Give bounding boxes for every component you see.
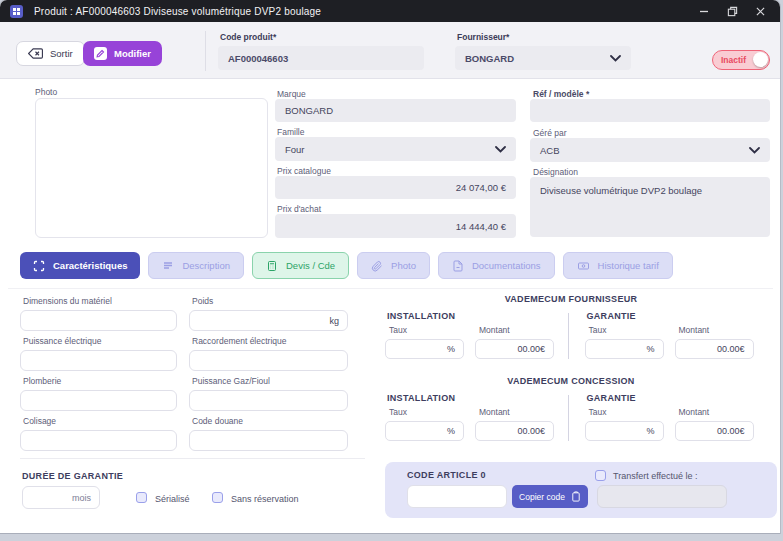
photo-dropzone[interactable]	[35, 98, 268, 238]
field-label: Plomberie	[23, 376, 177, 386]
copy-code-button[interactable]: Copier code	[512, 485, 588, 508]
montant-input[interactable]: 00.00€	[475, 421, 554, 441]
famille-label: Famille	[277, 127, 304, 137]
tab-label: Historique tarif	[598, 260, 659, 271]
vademecum-title: VADEMECUM CONCESSION	[385, 376, 757, 386]
section-divider	[20, 458, 365, 459]
clipboard-icon	[571, 491, 581, 502]
titlebar: Produit : AF000046603 Diviseuse volumétr…	[0, 0, 780, 22]
group-divider	[568, 395, 569, 441]
dimensions-input[interactable]	[20, 310, 177, 331]
montant-input[interactable]: 00.00€	[675, 421, 754, 441]
prix-achat-value: 14 444,40 €	[456, 221, 506, 232]
montant-input[interactable]: 00.00€	[475, 339, 554, 359]
minimize-icon[interactable]	[698, 5, 710, 17]
photo-label: Photo	[35, 87, 57, 97]
tab-bar: Caractéristiques Description Devis / Cde…	[20, 252, 673, 279]
field-puissance-electrique: Puissance électrique	[20, 336, 177, 371]
field-label: Puissance électrique	[23, 336, 177, 346]
chevron-down-icon	[610, 53, 621, 64]
toolbar: Sortir Modifier Code produit* AF00004660…	[0, 22, 780, 79]
prix-catalogue-field: 24 074,00 €	[275, 176, 516, 199]
marque-label: Marque	[277, 89, 306, 99]
group-divider	[568, 313, 569, 359]
duree-garantie-title: DURÉE DE GARANTIE	[22, 471, 123, 481]
taux-label: Taux	[589, 325, 664, 335]
fournisseur-group: Fournisseur* BONGARD	[455, 32, 631, 70]
poids-input[interactable]: kg	[189, 310, 348, 331]
taux-input[interactable]: %	[585, 421, 664, 441]
garantie-group: GARANTIE Taux % Montant 00.00€	[585, 311, 758, 359]
restore-icon[interactable]	[726, 5, 738, 17]
raccordement-input[interactable]	[189, 350, 348, 371]
backspace-icon	[28, 48, 43, 59]
frame-icon	[33, 260, 45, 272]
tab-label: Caractéristiques	[53, 260, 127, 271]
close-icon[interactable]	[754, 5, 766, 17]
tab-label: Description	[182, 260, 230, 271]
edit-button[interactable]: Modifier	[83, 41, 162, 66]
ref-modele-field[interactable]	[530, 99, 770, 122]
code-produit-field: AF000046603	[218, 46, 424, 70]
tab-historique-tarif[interactable]: Historique tarif	[563, 252, 673, 279]
tab-documentations[interactable]: Documentations	[438, 252, 555, 279]
toolbar-divider	[205, 31, 206, 71]
taux-input[interactable]: %	[385, 421, 464, 441]
montant-label: Montant	[679, 407, 754, 417]
exit-button[interactable]: Sortir	[16, 41, 85, 66]
code-douane-input[interactable]	[189, 430, 348, 451]
taux-input[interactable]: %	[385, 339, 464, 359]
tab-description[interactable]: Description	[148, 252, 244, 279]
toggle-knob-icon	[753, 52, 768, 67]
transfert-checkbox[interactable]	[595, 470, 606, 481]
montant-label: Montant	[479, 325, 554, 335]
code-produit-group: Code produit* AF000046603	[218, 32, 424, 70]
gaz-fioul-input[interactable]	[189, 390, 348, 411]
duree-garantie-input[interactable]: mois	[22, 486, 100, 509]
designation-value: Diviseuse volumétrique DVP2 boulage	[540, 185, 702, 196]
calculator-icon	[266, 260, 278, 272]
tab-caracteristiques[interactable]: Caractéristiques	[20, 252, 140, 279]
montant-label: Montant	[479, 407, 554, 417]
code-article-title: CODE ARTICLE 0	[407, 470, 486, 480]
document-icon	[452, 260, 464, 272]
code-article-input[interactable]	[407, 485, 507, 508]
montant-input[interactable]: 00.00€	[675, 339, 754, 359]
puissance-electrique-input[interactable]	[20, 350, 177, 371]
montant-value: 00.00€	[717, 344, 745, 354]
group-title: INSTALLATION	[387, 393, 558, 403]
montant-value: 00.00€	[517, 426, 545, 436]
colisage-input[interactable]	[20, 430, 177, 451]
famille-select[interactable]: Four	[275, 137, 516, 161]
tab-label: Devis / Cde	[286, 260, 335, 271]
percent-suffix: %	[646, 344, 654, 354]
transfert-date-field	[597, 485, 727, 508]
gere-par-value: ACB	[540, 145, 560, 156]
sans-reservation-checkbox[interactable]	[212, 492, 223, 503]
plomberie-input[interactable]	[20, 390, 177, 411]
gere-par-label: Géré par	[533, 128, 567, 138]
status-toggle-label: Inactif	[721, 55, 746, 65]
vademecum-fournisseur: VADEMECUM FOURNISSEUR INSTALLATION Taux …	[385, 294, 757, 359]
fournisseur-label: Fournisseur*	[457, 32, 631, 42]
characteristics-fields: Dimensions du matériel Poids kg Puissanc…	[20, 296, 348, 451]
tab-photo[interactable]: Photo	[357, 252, 430, 279]
percent-suffix: %	[646, 426, 654, 436]
field-label: Code douane	[192, 416, 348, 426]
taux-input[interactable]: %	[585, 339, 664, 359]
field-poids: Poids kg	[189, 296, 348, 331]
field-gaz-fioul: Puissance Gaz/Fioul	[189, 376, 348, 411]
field-raccordement: Raccordement électrique	[189, 336, 348, 371]
taux-label: Taux	[589, 407, 664, 417]
edit-icon	[94, 47, 107, 60]
status-toggle[interactable]: Inactif	[712, 50, 770, 70]
gere-par-select[interactable]: ACB	[530, 138, 770, 162]
list-icon	[162, 260, 174, 272]
prix-achat-field: 14 444,40 €	[275, 214, 516, 238]
vademecum-title: VADEMECUM FOURNISSEUR	[385, 294, 757, 304]
fournisseur-select[interactable]: BONGARD	[455, 46, 631, 70]
field-label: Raccordement électrique	[192, 336, 348, 346]
tab-devis-cde[interactable]: Devis / Cde	[252, 252, 349, 279]
field-colisage: Colisage	[20, 416, 177, 451]
serialise-checkbox[interactable]	[136, 492, 147, 503]
